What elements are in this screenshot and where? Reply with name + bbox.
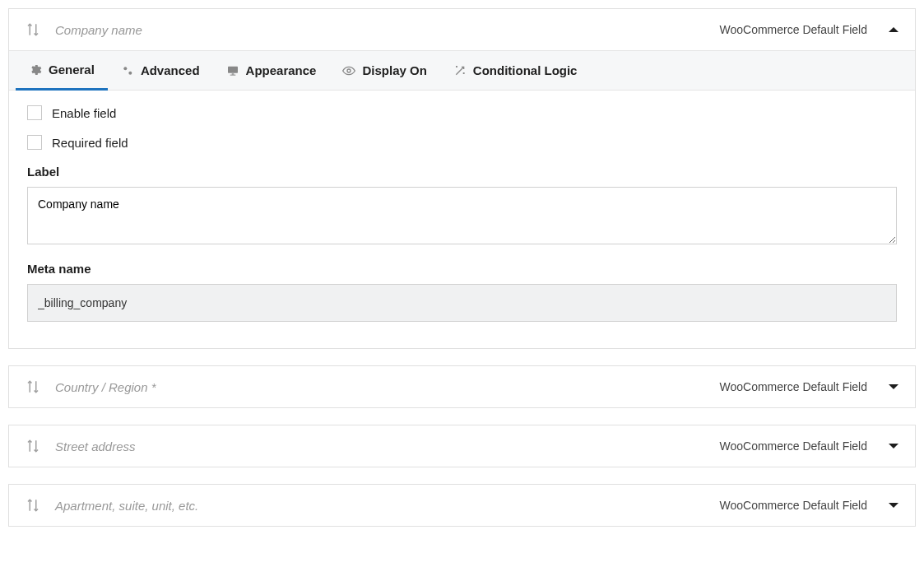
tab-label: General — [49, 63, 95, 77]
field-row-country-region: Country / Region * WooCommerce Default F… — [8, 365, 916, 408]
chevron-down-icon[interactable] — [889, 503, 898, 508]
field-title: Street address — [55, 439, 720, 453]
required-field-label: Required field — [52, 136, 128, 150]
field-row-apartment-suite: Apartment, suite, unit, etc. WooCommerce… — [8, 484, 916, 527]
svg-point-5 — [347, 69, 351, 72]
label-textarea[interactable] — [27, 187, 897, 244]
field-header[interactable]: Apartment, suite, unit, etc. WooCommerce… — [9, 485, 915, 526]
tab-label: Appearance — [246, 63, 317, 77]
drag-handle-icon[interactable] — [26, 439, 40, 453]
label-field-label: Label — [27, 165, 897, 179]
drag-handle-icon[interactable] — [26, 22, 40, 37]
svg-rect-4 — [230, 74, 235, 75]
monitor-icon — [226, 64, 239, 77]
required-field-checkbox[interactable] — [27, 135, 42, 150]
field-type-badge: WooCommerce Default Field — [720, 439, 867, 453]
chevron-down-icon[interactable] — [889, 384, 898, 389]
gears-icon — [121, 64, 134, 77]
svg-point-0 — [123, 67, 127, 70]
field-row-company-name: Company name WooCommerce Default Field G… — [8, 8, 916, 349]
svg-rect-2 — [228, 66, 238, 72]
tab-label: Advanced — [141, 63, 200, 77]
meta-name-label: Meta name — [27, 262, 897, 276]
enable-field-label: Enable field — [52, 106, 116, 120]
panel-general: Enable field Required field Label Meta n… — [9, 91, 915, 348]
tab-display-on[interactable]: Display On — [329, 51, 439, 90]
svg-point-1 — [128, 71, 132, 74]
field-header[interactable]: Company name WooCommerce Default Field — [9, 9, 915, 50]
tab-general[interactable]: General — [16, 51, 108, 91]
chevron-up-icon[interactable] — [889, 27, 898, 32]
enable-field-checkbox[interactable] — [27, 105, 42, 120]
field-type-badge: WooCommerce Default Field — [720, 380, 867, 393]
field-title: Company name — [55, 23, 720, 37]
chevron-down-icon[interactable] — [889, 444, 898, 449]
tab-appearance[interactable]: Appearance — [213, 51, 330, 90]
field-header[interactable]: Street address WooCommerce Default Field — [9, 425, 915, 467]
field-row-street-address: Street address WooCommerce Default Field — [8, 425, 916, 467]
eye-icon — [342, 64, 355, 77]
tab-conditional-logic[interactable]: Conditional Logic — [440, 51, 591, 90]
field-title: Country / Region * — [55, 380, 720, 394]
drag-handle-icon[interactable] — [26, 498, 40, 513]
wand-icon — [453, 64, 467, 77]
tab-advanced[interactable]: Advanced — [108, 51, 213, 90]
field-type-badge: WooCommerce Default Field — [720, 23, 867, 36]
field-header[interactable]: Country / Region * WooCommerce Default F… — [9, 366, 915, 407]
enable-field-row: Enable field — [27, 105, 897, 120]
drag-handle-icon[interactable] — [26, 379, 40, 394]
field-type-badge: WooCommerce Default Field — [720, 499, 867, 512]
meta-name-input — [27, 284, 897, 322]
label-group: Label — [27, 165, 897, 247]
tab-label: Conditional Logic — [473, 63, 578, 77]
meta-group: Meta name — [27, 262, 897, 322]
required-field-row: Required field — [27, 135, 897, 150]
tabs-bar: General Advanced Appearance Display On C… — [9, 50, 915, 91]
tab-label: Display On — [362, 63, 426, 77]
field-title: Apartment, suite, unit, etc. — [55, 499, 720, 513]
svg-rect-3 — [231, 73, 234, 74]
gear-icon — [29, 63, 42, 77]
